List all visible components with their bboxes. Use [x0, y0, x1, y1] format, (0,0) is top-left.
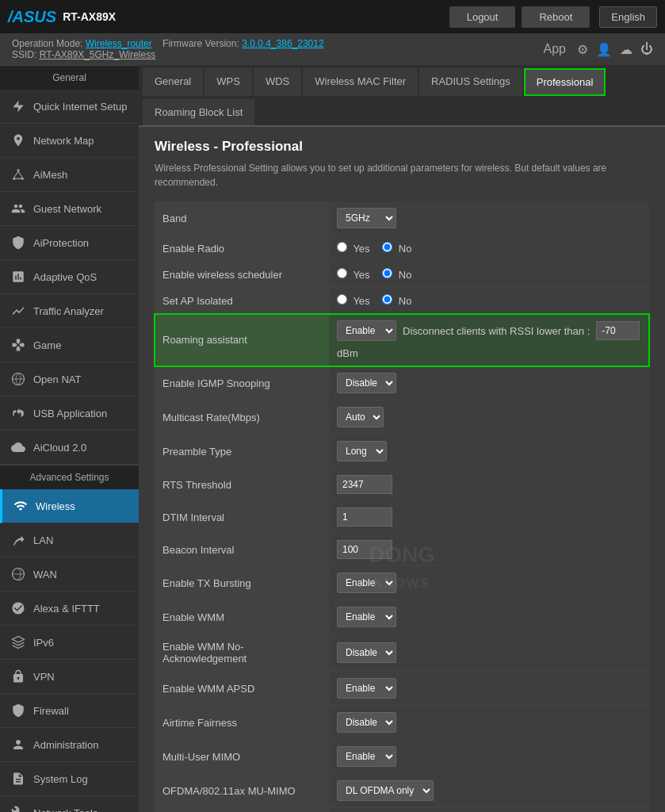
wireless-scheduler-no[interactable] — [382, 268, 392, 278]
rts-threshold-input[interactable] — [337, 475, 392, 494]
ap-isolated-no[interactable] — [382, 294, 392, 304]
enable-wmm-label: Enable WMM — [155, 600, 329, 634]
operation-mode-link[interactable]: Wireless_router — [86, 38, 152, 49]
reboot-button[interactable]: Reboot — [522, 6, 590, 28]
sidebar-label: VPN — [33, 671, 55, 683]
user-icon[interactable]: 👤 — [596, 42, 612, 57]
cloud-icon[interactable]: ☁ — [620, 42, 633, 57]
enable-wmm-select[interactable]: Enable Disable — [337, 607, 396, 627]
beamforming-ac-value: Enable Disable — [329, 808, 649, 813]
sidebar-label: Network Tools — [33, 807, 97, 813]
language-button[interactable]: English — [599, 6, 657, 28]
airtime-fairness-select[interactable]: Enable Disable — [337, 712, 396, 733]
table-row-multicast-rate: Multicast Rate(Mbps) Auto 125.56 — [155, 400, 649, 435]
sidebar-label: WAN — [33, 569, 57, 580]
roaming-assistant-value: Enable Disable Disconnect clients with R… — [329, 314, 649, 366]
table-row-igmp-snooping: Enable IGMP Snooping Enable Disable — [155, 366, 649, 400]
dtim-interval-label: DTIM Interval — [155, 501, 329, 534]
tab-professional[interactable]: Professional — [524, 68, 606, 96]
chart-icon — [10, 302, 27, 320]
sidebar-item-network-map[interactable]: Network Map — [0, 124, 139, 158]
roaming-disconnect-label: Disconnect clients with RSSI lower than … — [403, 325, 590, 337]
sidebar-item-usb-application[interactable]: USB Application — [0, 396, 139, 431]
beamforming-ac-label: 802.11ax/ac Beamforming — [155, 808, 329, 813]
status-bar: Operation Mode: Wireless_router Firmware… — [0, 33, 665, 65]
tab-radius-settings[interactable]: RADIUS Settings — [419, 68, 522, 96]
mu-mimo-select[interactable]: Enable Disable — [337, 746, 396, 767]
igmp-snooping-select[interactable]: Enable Disable — [337, 373, 396, 393]
sidebar-item-quick-internet-setup[interactable]: Quick Internet Setup — [0, 90, 139, 124]
rts-threshold-value — [329, 469, 649, 501]
ap-isolated-yes[interactable] — [337, 294, 347, 304]
power-icon[interactable]: ⏻ — [640, 42, 653, 56]
enable-radio-no[interactable] — [382, 242, 392, 252]
tab-roaming-block-list[interactable]: Roaming Block List — [143, 99, 254, 125]
wmm-no-ack-select[interactable]: Enable Disable — [337, 642, 396, 663]
qos-icon — [10, 268, 27, 285]
sidebar-item-aicloud[interactable]: AiCloud 2.0 — [0, 431, 139, 465]
sidebar-item-game[interactable]: Game — [0, 328, 139, 362]
preamble-type-select[interactable]: Long Short — [337, 441, 387, 462]
sidebar-item-firewall[interactable]: Firewall — [0, 694, 139, 728]
rts-threshold-label: RTS Threshold — [155, 469, 329, 501]
sidebar-item-wan[interactable]: WAN — [0, 557, 139, 592]
sidebar-item-alexa[interactable]: Alexa & IFTTT — [0, 592, 139, 626]
roaming-enable-select[interactable]: Enable Disable — [337, 320, 396, 341]
table-row-beamforming-ac: 802.11ax/ac Beamforming Enable Disable — [155, 808, 649, 813]
sidebar-item-network-tools[interactable]: Network Tools — [0, 796, 139, 812]
table-row-rts-threshold: RTS Threshold — [155, 469, 649, 501]
ofdma-select[interactable]: DL OFDMA only UL OFDMA only DL+UL OFDMA … — [337, 780, 434, 801]
sidebar-item-ipv6[interactable]: IPv6 — [0, 626, 139, 660]
tx-bursting-select[interactable]: Enable Disable — [337, 573, 396, 593]
wmm-apsd-select[interactable]: Enable Disable — [337, 678, 396, 699]
sidebar-item-administration[interactable]: Administration — [0, 728, 139, 762]
sidebar-label: LAN — [33, 534, 53, 546]
sidebar-item-adaptive-qos[interactable]: Adaptive QoS — [0, 260, 139, 294]
roaming-row: Enable Disable Disconnect clients with R… — [337, 320, 641, 359]
shield-icon — [10, 234, 27, 251]
ofdma-value: DL OFDMA only UL OFDMA only DL+UL OFDMA … — [329, 774, 649, 808]
band-select[interactable]: 2.4GHz 5GHz 6GHz — [337, 208, 396, 228]
sidebar-item-traffic-analyzer[interactable]: Traffic Analyzer — [0, 294, 139, 328]
sidebar-item-wireless[interactable]: Wireless — [0, 489, 139, 523]
tab-wireless-mac-filter[interactable]: Wireless MAC Filter — [303, 68, 418, 96]
tools-icon — [10, 804, 27, 812]
sidebar-label: Guest Network — [33, 203, 101, 215]
multicast-rate-label: Multicast Rate(Mbps) — [155, 400, 329, 435]
logout-button[interactable]: Logout — [449, 6, 516, 28]
igmp-snooping-value: Enable Disable — [329, 366, 649, 400]
multicast-rate-select[interactable]: Auto 125.56 — [337, 407, 384, 427]
roaming-rssi-input[interactable] — [596, 321, 640, 340]
wireless-scheduler-yes[interactable] — [337, 268, 347, 278]
sidebar-item-aiprotection[interactable]: AiProtection — [0, 226, 139, 260]
main-layout: General Quick Internet Setup Network Map… — [0, 65, 665, 812]
multicast-rate-value: Auto 125.56 — [329, 400, 649, 435]
sidebar-label: Traffic Analyzer — [33, 305, 104, 317]
guest-icon — [10, 200, 27, 217]
sidebar-label: AiMesh — [33, 169, 67, 181]
sidebar-general-title: General — [0, 65, 139, 90]
sidebar-item-open-nat[interactable]: Open NAT — [0, 362, 139, 396]
tab-wps[interactable]: WPS — [204, 68, 252, 96]
settings-icon[interactable]: ⚙ — [577, 42, 588, 57]
firmware-link[interactable]: 3.0.0.4_386_23012 — [242, 38, 323, 49]
sidebar-item-guest-network[interactable]: Guest Network — [0, 192, 139, 226]
dtim-interval-input[interactable] — [337, 508, 392, 527]
enable-radio-yes[interactable] — [337, 242, 347, 252]
sidebar-item-system-log[interactable]: System Log — [0, 762, 139, 796]
table-row-airtime-fairness: Airtime Fairness Enable Disable — [155, 706, 649, 740]
table-row-dtim-interval: DTIM Interval — [155, 501, 649, 534]
enable-radio-label: Enable Radio — [155, 236, 329, 262]
sidebar-item-vpn[interactable]: VPN — [0, 660, 139, 694]
sidebar-item-lan[interactable]: LAN — [0, 523, 139, 557]
table-row-ofdma: OFDMA/802.11ax MU-MIMO DL OFDMA only UL … — [155, 774, 649, 808]
mu-mimo-label: Multi-User MIMO — [155, 740, 329, 774]
tab-general[interactable]: General — [143, 68, 203, 96]
tab-wds[interactable]: WDS — [254, 68, 301, 96]
page-title: Wireless - Professional — [155, 139, 649, 155]
beacon-interval-input[interactable] — [337, 540, 392, 559]
admin-icon — [10, 736, 27, 753]
table-row-band: Band 2.4GHz 5GHz 6GHz — [155, 201, 649, 236]
sidebar-item-aimesh[interactable]: AiMesh — [0, 158, 139, 192]
settings-table: Band 2.4GHz 5GHz 6GHz Enable — [155, 201, 649, 812]
